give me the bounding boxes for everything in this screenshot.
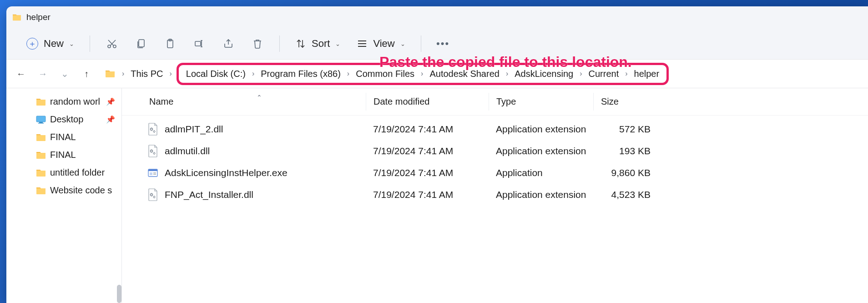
new-label: New [44, 38, 64, 50]
file-modified: 7/19/2024 7:41 AM [366, 189, 489, 200]
breadcrumb-item[interactable]: helper [631, 67, 662, 81]
folder-icon [35, 151, 46, 160]
copy-button[interactable] [128, 33, 154, 55]
recent-button[interactable]: ⌄ [55, 64, 75, 84]
dll-icon [147, 188, 158, 201]
separator [279, 35, 280, 52]
file-size: 193 KB [593, 146, 657, 157]
file-row[interactable]: adlmPIT_2.dll 7/19/2024 7:41 AM Applicat… [122, 118, 868, 140]
chevron-right-icon: › [121, 70, 125, 78]
sidebar-item-desktop[interactable]: Desktop 📌 [6, 111, 121, 128]
plus-icon: ＋ [26, 38, 38, 50]
folder-icon [105, 69, 116, 78]
breadcrumb-root[interactable]: This PC [128, 67, 166, 81]
share-button[interactable] [216, 33, 241, 55]
file-modified: 7/19/2024 7:41 AM [366, 146, 489, 157]
column-type[interactable]: Type [489, 93, 593, 111]
pin-icon: 📌 [106, 97, 115, 106]
chevron-down-icon: ⌄ [400, 40, 405, 47]
folder-icon [35, 133, 46, 142]
column-name[interactable]: Name ⌃ [147, 93, 366, 111]
file-name: adlmPIT_2.dll [165, 124, 223, 135]
view-button[interactable]: View ⌄ [350, 35, 411, 52]
paste-button[interactable] [157, 33, 183, 55]
scissors-icon [106, 38, 117, 49]
file-size: 572 KB [593, 124, 657, 135]
file-name: FNP_Act_Installer.dll [165, 189, 253, 200]
column-modified[interactable]: Date modified [366, 93, 489, 111]
file-type: Application [489, 167, 593, 178]
file-rows: adlmPIT_2.dll 7/19/2024 7:41 AM Applicat… [122, 116, 868, 208]
chevron-down-icon: ⌄ [69, 40, 74, 47]
trash-icon [252, 38, 263, 49]
sort-button[interactable]: Sort ⌄ [289, 35, 347, 52]
annotation-text: Paste the copied file to this location. [379, 54, 632, 71]
file-row[interactable]: adlmutil.dll 7/19/2024 7:41 AM Applicati… [122, 140, 868, 162]
share-icon [223, 38, 234, 49]
chevron-right-icon: › [420, 70, 424, 78]
desktop-icon [35, 115, 46, 124]
file-size: 4,523 KB [593, 189, 657, 200]
folder-icon [35, 97, 46, 106]
file-modified: 7/19/2024 7:41 AM [366, 167, 489, 178]
column-size[interactable]: Size [593, 93, 657, 111]
cut-button[interactable] [99, 33, 125, 55]
sidebar-item-label: Desktop [50, 114, 83, 125]
chevron-right-icon: › [251, 70, 255, 78]
folder-icon [12, 13, 22, 21]
sidebar-item-label: Website code s [50, 185, 112, 196]
copy-icon [136, 38, 146, 49]
sort-label: Sort [312, 38, 330, 50]
file-name: AdskLicensingInstHelper.exe [165, 167, 288, 178]
clipboard-icon [165, 38, 176, 49]
view-icon [357, 38, 368, 49]
breadcrumb-item[interactable]: Program Files (x86) [258, 67, 343, 81]
svg-rect-13 [195, 41, 201, 46]
file-name: adlmutil.dll [165, 146, 210, 157]
sort-caret-icon: ⌃ [257, 94, 262, 101]
forward-button[interactable]: → [33, 64, 53, 84]
chevron-right-icon: › [505, 70, 509, 78]
sidebar-item-label: random worl [50, 96, 100, 107]
file-row[interactable]: FNP_Act_Installer.dll 7/19/2024 7:41 AM … [122, 184, 868, 206]
chevron-right-icon: › [624, 70, 628, 78]
file-size: 9,860 KB [593, 167, 657, 178]
sidebar-item[interactable]: FINAL [6, 128, 121, 146]
view-label: View [373, 38, 394, 50]
sidebar-item[interactable]: Website code s [6, 182, 121, 199]
scrollbar-thumb[interactable] [117, 285, 121, 303]
back-button[interactable]: ← [11, 64, 31, 84]
folder-icon [35, 186, 46, 195]
sort-icon [295, 38, 306, 49]
separator [421, 35, 421, 52]
folder-icon [35, 168, 46, 177]
delete-button[interactable] [245, 33, 270, 55]
chevron-right-icon: › [579, 70, 583, 78]
title-bar: helper [6, 6, 868, 28]
breadcrumb-item[interactable]: Local Disk (C:) [183, 67, 248, 81]
rename-button[interactable] [187, 33, 212, 55]
toolbar: ＋ New ⌄ [6, 28, 868, 59]
column-name-label: Name [149, 96, 173, 106]
sidebar-item-label: FINAL [50, 150, 76, 160]
arrow-up-icon: ↑ [84, 69, 89, 79]
exe-icon [147, 167, 158, 179]
chevron-down-icon: ⌄ [335, 40, 340, 47]
sidebar-item[interactable]: untitled folder [6, 164, 121, 182]
sidebar-item[interactable]: random worl 📌 [6, 93, 121, 111]
file-type: Application extension [489, 124, 593, 135]
rename-icon [194, 38, 205, 49]
svg-rect-10 [139, 40, 144, 47]
up-button[interactable]: ↑ [76, 64, 96, 84]
new-button[interactable]: ＋ New ⌄ [20, 35, 81, 52]
svg-point-8 [108, 45, 111, 48]
more-button[interactable]: ••• [430, 33, 456, 55]
file-type: Application extension [489, 146, 593, 157]
file-pane: Name ⌃ Date modified Type Size adlmPIT_2… [122, 88, 868, 303]
separator [90, 35, 90, 52]
file-row[interactable]: AdskLicensingInstHelper.exe 7/19/2024 7:… [122, 162, 868, 184]
sidebar: random worl 📌 Desktop 📌 FINAL FINAL unti… [6, 88, 122, 303]
file-type: Application extension [489, 189, 593, 200]
sidebar-item[interactable]: FINAL [6, 146, 121, 164]
file-modified: 7/19/2024 7:41 AM [366, 124, 489, 135]
